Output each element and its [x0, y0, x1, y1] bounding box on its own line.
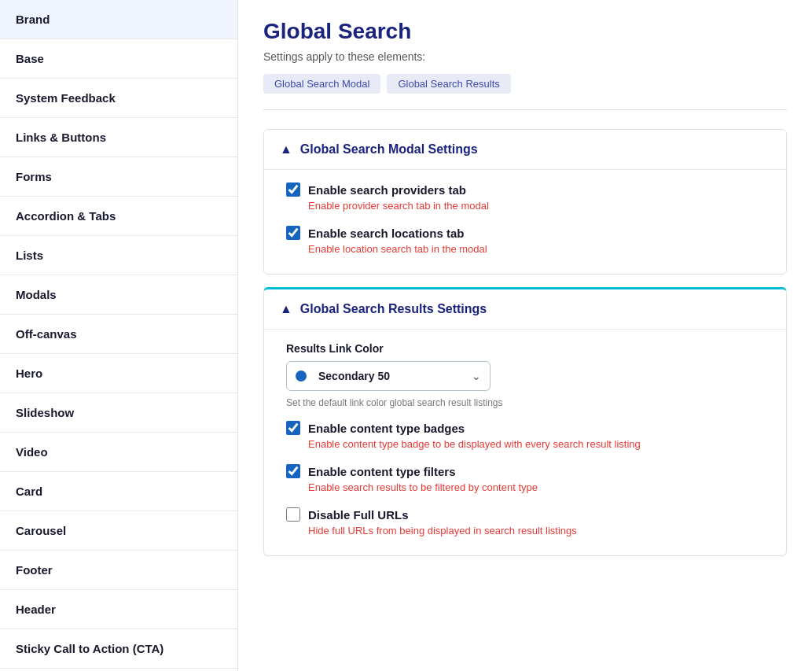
enable-search-locations-checkbox[interactable]	[286, 226, 300, 240]
tag-global-search-results[interactable]: Global Search Results	[387, 74, 510, 94]
sidebar-item-header[interactable]: Header	[0, 590, 237, 629]
results-settings-title: Global Search Results Settings	[300, 302, 487, 316]
enable-search-locations-label: Enable search locations tab	[308, 227, 464, 240]
modal-settings-body: Enable search providers tab Enable provi…	[264, 169, 786, 274]
element-tags: Global Search Modal Global Search Result…	[263, 74, 787, 94]
page-title: Global Search	[263, 19, 787, 44]
sidebar-item-video[interactable]: Video	[0, 433, 237, 472]
tag-global-search-modal[interactable]: Global Search Modal	[263, 74, 380, 94]
enable-content-type-badges-checkbox[interactable]	[286, 421, 300, 435]
enable-content-type-filters-checkbox[interactable]	[286, 464, 300, 478]
sidebar-item-off-canvas[interactable]: Off-canvas	[0, 315, 237, 354]
enable-content-type-badges-description: Enable content type badge to be displaye…	[308, 438, 764, 450]
sidebar-item-base[interactable]: Base	[0, 39, 237, 79]
results-link-color-select[interactable]: Secondary 50	[286, 361, 491, 391]
sidebar-item-lists[interactable]: Lists	[0, 236, 237, 275]
sidebar-item-sticky-cta[interactable]: Sticky Call to Action (CTA)	[0, 629, 237, 669]
enable-search-providers-checkbox[interactable]	[286, 182, 300, 197]
modal-settings-header[interactable]: ▲ Global Search Modal Settings	[264, 130, 786, 169]
modal-settings-section: ▲ Global Search Modal Settings Enable se…	[263, 129, 787, 275]
sidebar-item-carousel[interactable]: Carousel	[0, 511, 237, 551]
results-link-color-dropdown-wrapper: Secondary 50 ⌄	[286, 361, 491, 391]
disable-full-urls-checkbox[interactable]	[286, 507, 300, 522]
enable-content-type-badges-label: Enable content type badges	[308, 422, 465, 435]
results-link-color-label: Results Link Color	[286, 342, 764, 355]
settings-apply-text: Settings apply to these elements:	[263, 50, 787, 63]
section-divider	[263, 109, 787, 110]
sidebar-item-slideshow[interactable]: Slideshow	[0, 393, 237, 433]
results-settings-header[interactable]: ▲ Global Search Results Settings	[264, 289, 786, 329]
enable-content-type-filters-label: Enable content type filters	[308, 465, 456, 478]
results-settings-body: Results Link Color Secondary 50 ⌄ Set th…	[264, 329, 786, 555]
sidebar-item-hero[interactable]: Hero	[0, 354, 237, 393]
sidebar-item-brand[interactable]: Brand	[0, 0, 237, 39]
enable-content-type-badges-row: Enable content type badges Enable conten…	[286, 421, 764, 450]
sidebar-item-accordion-tabs[interactable]: Accordion & Tabs	[0, 197, 237, 236]
sidebar-item-card[interactable]: Card	[0, 472, 237, 511]
enable-content-type-filters-row: Enable content type filters Enable searc…	[286, 464, 764, 493]
sidebar-item-footer[interactable]: Footer	[0, 551, 237, 590]
sidebar-item-modals[interactable]: Modals	[0, 275, 237, 315]
sidebar-item-forms[interactable]: Forms	[0, 157, 237, 197]
disable-full-urls-label: Disable Full URLs	[308, 508, 409, 522]
results-collapse-icon: ▲	[280, 302, 292, 316]
sidebar-item-system-feedback[interactable]: System Feedback	[0, 79, 237, 118]
enable-search-locations-description: Enable location search tab in the modal	[308, 243, 764, 255]
enable-search-providers-description: Enable provider search tab in the modal	[308, 200, 764, 212]
modal-settings-title: Global Search Modal Settings	[300, 142, 478, 157]
enable-search-providers-label: Enable search providers tab	[308, 183, 466, 197]
enable-search-providers-row: Enable search providers tab Enable provi…	[286, 182, 764, 212]
disable-full-urls-description: Hide full URLs from being displayed in s…	[308, 525, 764, 536]
enable-content-type-filters-description: Enable search results to be filtered by …	[308, 481, 764, 493]
sidebar: Brand Base System Feedback Links & Butto…	[0, 0, 238, 671]
enable-search-locations-row: Enable search locations tab Enable locat…	[286, 226, 764, 255]
sidebar-item-links-buttons[interactable]: Links & Buttons	[0, 118, 237, 157]
results-settings-section: ▲ Global Search Results Settings Results…	[263, 287, 787, 556]
collapse-icon: ▲	[280, 142, 292, 157]
results-link-color-description: Set the default link color global search…	[286, 397, 764, 408]
disable-full-urls-row: Disable Full URLs Hide full URLs from be…	[286, 507, 764, 536]
main-content: Global Search Settings apply to these el…	[238, 0, 812, 671]
